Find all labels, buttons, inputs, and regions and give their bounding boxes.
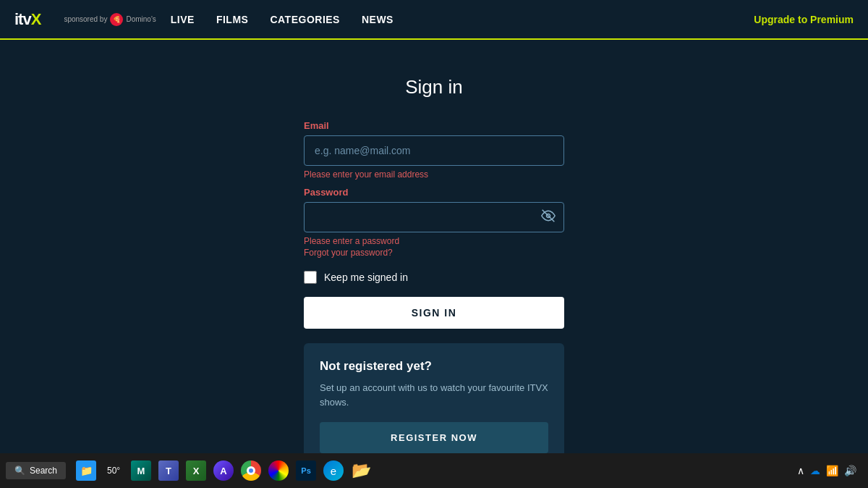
nav-item-live[interactable]: LIVE bbox=[171, 14, 195, 25]
volume-icon[interactable]: 🔊 bbox=[844, 465, 856, 476]
search-icon: 🔍 bbox=[14, 466, 25, 476]
taskbar-icon-edge[interactable]: e bbox=[320, 458, 346, 484]
taskbar: 🔍 Search 📁 50° M T X A bbox=[0, 453, 868, 488]
password-label: Password bbox=[304, 187, 564, 198]
register-title: Not registered yet? bbox=[320, 359, 548, 374]
logo-text: itvX bbox=[14, 10, 41, 29]
taskbar-icon-chrome[interactable] bbox=[238, 458, 264, 484]
register-description: Set up an account with us to watch your … bbox=[320, 381, 548, 409]
logo[interactable]: itvX bbox=[14, 10, 41, 29]
onedrive-icon[interactable]: ☁ bbox=[810, 465, 820, 476]
keep-signed-in-group: Keep me signed in bbox=[304, 271, 564, 284]
taskbar-icon-excel[interactable]: X bbox=[183, 458, 209, 484]
nav-item-news[interactable]: NEWS bbox=[362, 14, 393, 25]
email-group: Email Please enter your email address bbox=[304, 120, 564, 180]
taskbar-icon-weather[interactable]: 50° bbox=[101, 458, 127, 484]
nav-links: LIVE FILMS CATEGORIES NEWS bbox=[171, 14, 393, 25]
signin-button[interactable]: SIGN IN bbox=[304, 297, 564, 329]
system-tray-expand[interactable]: ∧ bbox=[797, 465, 804, 476]
taskbar-icons: 📁 50° M T X A Ps bbox=[73, 458, 374, 484]
taskbar-search[interactable]: 🔍 Search bbox=[6, 462, 66, 479]
taskbar-icon-photoshop[interactable]: Ps bbox=[293, 458, 319, 484]
taskbar-icon-arc[interactable]: A bbox=[210, 458, 237, 484]
taskbar-icon-file-explorer[interactable]: 📁 bbox=[73, 458, 99, 484]
password-error: Please enter a password bbox=[304, 236, 564, 246]
register-button[interactable]: REGISTER NOW bbox=[320, 422, 548, 453]
main-content: Sign in Email Please enter your email ad… bbox=[0, 40, 868, 469]
eye-svg bbox=[541, 209, 556, 223]
taskbar-icon-folder[interactable]: 📂 bbox=[348, 458, 374, 484]
keep-signed-in-checkbox[interactable] bbox=[304, 271, 317, 284]
svg-line-1 bbox=[542, 210, 555, 222]
taskbar-right: ∧ ☁ 📶 🔊 bbox=[797, 465, 862, 476]
taskbar-icon-meet[interactable]: M bbox=[128, 458, 154, 484]
password-wrapper bbox=[304, 202, 564, 232]
email-error: Please enter your email address bbox=[304, 169, 564, 180]
email-input[interactable] bbox=[304, 135, 564, 166]
nav-item-films[interactable]: FILMS bbox=[216, 14, 249, 25]
keep-signed-in-label: Keep me signed in bbox=[324, 272, 408, 283]
taskbar-icon-teams[interactable]: T bbox=[156, 458, 182, 484]
upgrade-text[interactable]: Upgrade to Premium bbox=[754, 14, 854, 25]
wifi-icon[interactable]: 📶 bbox=[826, 465, 838, 476]
navbar: itvX sponsored by 🍕 Domino's LIVE FILMS … bbox=[0, 0, 868, 40]
nav-item-categories[interactable]: CATEGORIES bbox=[270, 14, 340, 25]
signin-form: Sign in Email Please enter your email ad… bbox=[304, 76, 564, 469]
register-box: Not registered yet? Set up an account wi… bbox=[304, 343, 564, 469]
email-label: Email bbox=[304, 120, 564, 131]
password-group: Password Please enter a password Forgot … bbox=[304, 187, 564, 258]
signin-title: Sign in bbox=[304, 76, 564, 98]
search-label: Search bbox=[30, 466, 57, 476]
sponsored-label: sponsored by 🍕 Domino's bbox=[64, 13, 156, 26]
taskbar-left: 🔍 Search 📁 50° M T X A bbox=[6, 458, 374, 484]
toggle-password-icon[interactable] bbox=[541, 209, 556, 226]
nav-right: Upgrade to Premium bbox=[754, 14, 854, 25]
password-input[interactable] bbox=[304, 202, 564, 232]
taskbar-icon-colorful[interactable] bbox=[265, 458, 292, 484]
dominos-logo: 🍕 bbox=[110, 13, 123, 26]
forgot-password-link[interactable]: Forgot your password? bbox=[304, 248, 564, 258]
